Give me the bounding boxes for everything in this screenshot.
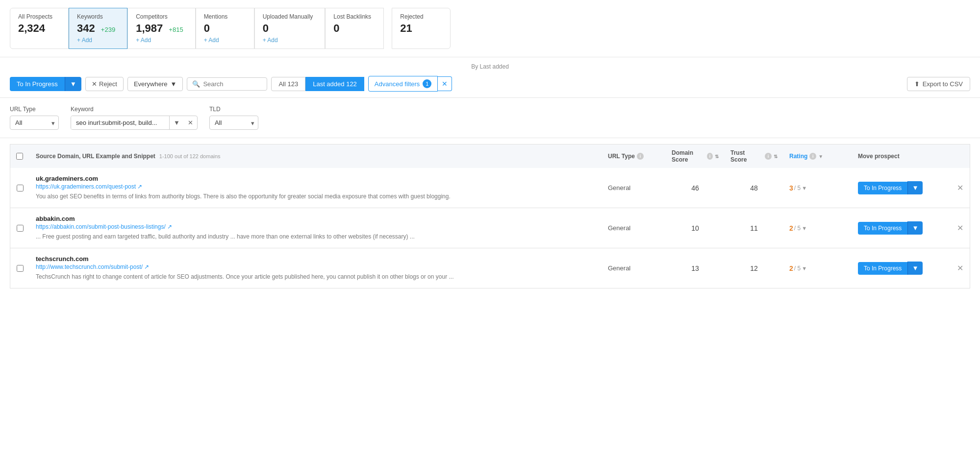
keyword-label: Keyword: [71, 106, 198, 113]
row1-move-button[interactable]: To In Progress: [858, 182, 907, 194]
row3-move-dropdown[interactable]: ▼: [907, 262, 922, 275]
row3-close-button[interactable]: ✕: [950, 263, 970, 273]
row2-checkbox[interactable]: [17, 225, 24, 232]
row3-domain-name: techscrunch.com: [36, 255, 596, 263]
row2-domain-name: abbakin.com: [36, 215, 596, 222]
stat-mentions[interactable]: Mentions 0 + Add: [196, 8, 254, 49]
stat-keywords-add[interactable]: + Add: [77, 37, 115, 44]
move-to-in-progress-button[interactable]: To In Progress: [10, 77, 65, 91]
row3-trust-score: 12: [725, 264, 783, 272]
row1-rating-max: / 5: [794, 185, 801, 191]
url-type-info-icon[interactable]: i: [637, 153, 644, 160]
row3-domain-score: 13: [666, 264, 725, 272]
row3-checkbox-cell: [10, 265, 30, 272]
export-csv-button[interactable]: ⬆ Export to CSV: [907, 77, 970, 91]
table-container: Source Domain, URL Example and Snippet 1…: [0, 144, 980, 288]
row1-domain-url: https://uk.grademiners.com/quest-post ↗: [36, 183, 596, 190]
stat-competitors-add[interactable]: + Add: [136, 37, 183, 44]
row1-url-link[interactable]: https://uk.grademiners.com/quest-post: [36, 183, 136, 190]
row3-rating-arrow[interactable]: ▼: [802, 265, 807, 271]
th-checkbox: [10, 149, 30, 163]
row2-rating-max: / 5: [794, 225, 801, 232]
stat-competitors-value: 1,987 +815: [136, 22, 183, 35]
stat-all-prospects[interactable]: All Prospects 2,324: [10, 8, 69, 49]
table-row: techscrunch.com http://www.techscrunch.c…: [10, 248, 970, 288]
stat-rejected[interactable]: Rejected 21: [392, 8, 451, 49]
stat-competitors[interactable]: Competitors 1,987 +815 + Add: [127, 8, 195, 49]
th-trust-score: Trust Score i ⇅: [725, 149, 783, 163]
row2-rating-value: 2: [789, 224, 793, 232]
move-to-in-progress-dropdown[interactable]: ▼: [65, 77, 81, 91]
th-url-type: URL Type i: [602, 149, 666, 163]
advanced-filters-close-button[interactable]: ✕: [438, 76, 452, 91]
stat-all-prospects-label: All Prospects: [18, 13, 56, 20]
keyword-input[interactable]: [71, 116, 169, 129]
everywhere-dropdown[interactable]: Everywhere ▼: [127, 77, 183, 91]
tld-select-wrapper: All: [209, 116, 258, 130]
stat-rejected-label: Rejected: [400, 13, 438, 20]
domain-score-info-icon[interactable]: i: [707, 153, 713, 160]
row3-external-link-icon: ↗: [144, 263, 149, 270]
upload-icon: ⬆: [914, 80, 920, 88]
row2-checkbox-cell: [10, 225, 30, 232]
row1-checkbox[interactable]: [17, 185, 24, 191]
rating-sort-icon[interactable]: ▼: [818, 154, 823, 159]
th-source: Source Domain, URL Example and Snippet 1…: [30, 149, 602, 163]
row2-external-link-icon: ↗: [167, 223, 172, 230]
stat-uploaded-add[interactable]: + Add: [263, 37, 313, 44]
trust-score-sort-icon[interactable]: ⇅: [774, 154, 778, 159]
trust-score-info-icon[interactable]: i: [765, 153, 772, 160]
keyword-filter-input-group: ▼ ✕: [71, 116, 198, 130]
stat-keywords-label: Keywords: [77, 13, 115, 20]
row1-rating-arrow[interactable]: ▼: [802, 185, 807, 191]
row2-rating-arrow[interactable]: ▼: [802, 225, 807, 231]
url-type-filter-group: URL Type All: [10, 106, 59, 130]
row2-move-dropdown[interactable]: ▼: [907, 221, 922, 235]
row3-move-btn-cell: To In Progress ▼: [852, 262, 950, 275]
row1-trust-score: 48: [725, 184, 783, 192]
row1-move-dropdown[interactable]: ▼: [907, 181, 922, 194]
reject-x-icon: ✕: [92, 80, 97, 88]
tab-last-added[interactable]: Last added 122: [305, 77, 364, 91]
tld-select[interactable]: All: [209, 116, 258, 130]
search-box: 🔍: [187, 77, 267, 91]
row2-domain-score: 10: [666, 224, 725, 232]
stat-keywords[interactable]: Keywords 342 +239 + Add: [69, 8, 127, 49]
row1-checkbox-cell: [10, 185, 30, 191]
row2-domain-url: https://abbakin.com/submit-post-business…: [36, 223, 596, 230]
stat-uploaded-manually[interactable]: Uploaded Manually 0 + Add: [254, 8, 326, 49]
row2-close-button[interactable]: ✕: [950, 223, 970, 233]
sort-label: By Last added: [10, 63, 970, 70]
table-row: uk.grademiners.com https://uk.grademiner…: [10, 168, 970, 208]
row2-move-btn-cell: To In Progress ▼: [852, 221, 950, 235]
domain-score-sort-icon[interactable]: ⇅: [715, 154, 719, 159]
move-btn-group-main: To In Progress ▼: [10, 77, 81, 91]
row3-url-type: General: [602, 264, 666, 272]
advanced-filters-button[interactable]: Advanced filters 1: [368, 76, 438, 92]
chevron-down-icon: ▼: [171, 80, 177, 88]
row1-snippet: You also get SEO benefits in terms of li…: [36, 192, 596, 201]
row3-url-link[interactable]: http://www.techscrunch.com/submit-post/: [36, 263, 143, 270]
select-all-checkbox[interactable]: [16, 153, 23, 160]
row2-move-button[interactable]: To In Progress: [858, 222, 907, 235]
url-type-label: URL Type: [10, 106, 59, 113]
keyword-clear-button[interactable]: ✕: [184, 116, 197, 129]
search-input[interactable]: [203, 80, 262, 88]
url-type-select[interactable]: All: [10, 116, 59, 130]
tld-label: TLD: [209, 106, 258, 113]
stat-mentions-add[interactable]: + Add: [204, 37, 242, 44]
row1-close-button[interactable]: ✕: [950, 183, 970, 192]
row1-move-btn-cell: To In Progress ▼: [852, 181, 950, 194]
reject-button[interactable]: ✕ Reject: [85, 77, 124, 91]
stat-lost-backlinks[interactable]: Lost Backlinks 0: [325, 8, 384, 49]
row2-url-link[interactable]: https://abbakin.com/submit-post-business…: [36, 223, 166, 230]
keyword-dropdown-arrow[interactable]: ▼: [169, 116, 184, 129]
tab-all[interactable]: All 123: [271, 77, 305, 91]
rating-info-icon[interactable]: i: [809, 153, 816, 160]
row1-url-type: General: [602, 184, 666, 191]
row3-move-button[interactable]: To In Progress: [858, 262, 907, 275]
row2-snippet: ... Free guest posting and earn targeted…: [36, 232, 596, 241]
stat-uploaded-label: Uploaded Manually: [263, 13, 313, 20]
row3-rating: 2 / 5 ▼: [783, 264, 852, 272]
row3-checkbox[interactable]: [17, 265, 24, 272]
